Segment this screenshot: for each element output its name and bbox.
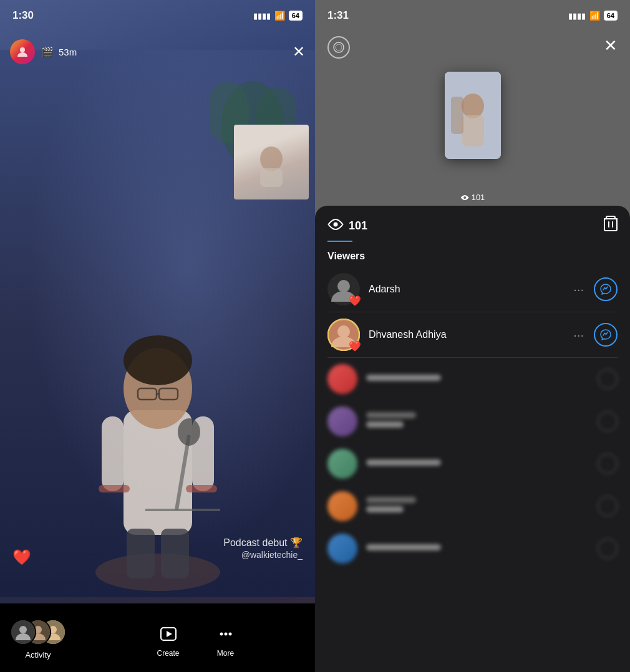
svg-point-22 <box>20 47 25 52</box>
activity-avatars <box>10 617 66 648</box>
blurred-avatar-2 <box>327 406 357 436</box>
blurred-text-3 <box>366 459 589 469</box>
blurred-text-1 <box>366 375 589 384</box>
more-label: More <box>217 649 234 658</box>
blurred-text-4 <box>366 497 589 516</box>
story-header: 🎬 53m ✕ <box>0 34 315 69</box>
caption-mention: @walkietechie_ <box>223 550 303 560</box>
activity-label: Activity <box>25 650 51 660</box>
view-count-number: 101 <box>349 219 367 233</box>
wifi-icon-right: 📶 <box>589 11 600 21</box>
corner-preview-inner <box>234 125 309 199</box>
blurred-name-1 <box>366 375 441 381</box>
messenger-button-adarsh[interactable] <box>594 277 618 301</box>
blurred-name-4 <box>366 497 416 503</box>
blurred-icon-3 <box>598 454 618 474</box>
svg-point-50 <box>337 325 350 338</box>
left-status-bar: 1:30 ▮▮▮▮ 📶 64 <box>0 0 315 31</box>
blurred-row-2 <box>327 400 618 443</box>
blurred-name-2 <box>366 412 416 418</box>
viewer-name-adarsh: Adarsh <box>369 284 573 295</box>
viewer-more-options-dhvanesh[interactable]: ··· <box>573 328 584 342</box>
blurred-text-5 <box>366 544 589 554</box>
svg-point-34 <box>334 42 344 52</box>
more-icon <box>217 625 235 646</box>
blurred-avatar-1 <box>327 364 357 394</box>
right-top-area: ✕ 101 <box>315 31 630 187</box>
viewer-more-options-adarsh[interactable]: ··· <box>573 282 584 297</box>
reel-icon: 🎬 <box>41 46 54 58</box>
left-bottom-bar: Activity Create <box>0 603 315 672</box>
svg-point-35 <box>336 44 342 50</box>
viewers-section-label: Viewers <box>315 248 630 267</box>
blurred-name-5 <box>366 544 441 550</box>
blurred-name-3 <box>366 459 441 466</box>
story-thumbnail[interactable] <box>445 72 501 159</box>
viewer-row-adarsh: ❤️ Adarsh ··· <box>315 267 630 312</box>
svg-point-40 <box>463 196 466 199</box>
status-icons-right: ▮▮▮▮ 📶 64 <box>568 11 618 21</box>
story-meta: 🎬 53m <box>41 46 77 58</box>
signal-icon-left: ▮▮▮▮ <box>253 11 271 21</box>
story-avatar[interactable] <box>10 39 35 64</box>
viewer-name-dhvanesh: Dhvanesh Adhiya <box>369 329 573 340</box>
svg-rect-38 <box>462 115 484 146</box>
svg-point-20 <box>260 146 283 171</box>
blurred-avatar-3 <box>327 449 357 479</box>
viewer-avatar-adarsh: ❤️ <box>327 273 360 305</box>
svg-point-33 <box>228 633 231 636</box>
left-panel: 1:30 ▮▮▮▮ 📶 64 🎬 53m ✕ Podcast debut 🏆 @… <box>0 0 315 672</box>
thumbnail-views: 101 <box>460 193 485 202</box>
svg-rect-14 <box>127 529 155 578</box>
adarsh-heart-icon: ❤️ <box>349 295 361 307</box>
blurred-avatar-4 <box>327 491 357 521</box>
story-close-button[interactable]: ✕ <box>293 43 305 60</box>
views-count-display: 101 <box>327 218 367 234</box>
blurred-icon-1 <box>598 369 618 389</box>
create-nav-item[interactable]: Create <box>157 625 179 658</box>
story-ring-icon <box>327 36 350 59</box>
messenger-button-dhvanesh[interactable] <box>594 323 618 347</box>
status-icons-left: ▮▮▮▮ 📶 64 <box>253 11 303 21</box>
right-status-bar: 1:31 ▮▮▮▮ 📶 64 <box>315 0 630 31</box>
battery-badge-left: 64 <box>289 11 303 21</box>
activity-section[interactable]: Activity <box>0 610 76 666</box>
more-nav-item[interactable]: More <box>217 625 235 658</box>
right-panel: 1:31 ▮▮▮▮ 📶 64 ✕ <box>315 0 630 672</box>
right-header-icons: ✕ <box>315 31 630 64</box>
svg-rect-44 <box>612 221 613 228</box>
svg-point-31 <box>220 633 223 636</box>
svg-point-11 <box>178 418 200 446</box>
time-display-right: 1:31 <box>327 9 349 22</box>
blurred-icon-2 <box>598 411 618 431</box>
blurred-row-4 <box>327 485 618 527</box>
svg-point-41 <box>334 223 338 227</box>
svg-rect-15 <box>161 529 189 578</box>
blurred-viewers-section <box>315 358 630 672</box>
caption-title: Podcast debut 🏆 <box>223 537 303 549</box>
blue-underline <box>327 241 352 242</box>
svg-point-37 <box>462 94 484 118</box>
battery-badge-right: 64 <box>604 11 618 21</box>
svg-rect-43 <box>608 221 609 228</box>
blurred-row-3 <box>327 443 618 485</box>
story-heart-reaction: ❤️ <box>12 549 31 566</box>
close-button-right[interactable]: ✕ <box>604 36 618 59</box>
bottom-nav: Create More <box>76 618 315 658</box>
viewer-avatar-dhvanesh: ❤️ <box>327 319 360 351</box>
svg-rect-39 <box>451 97 463 134</box>
delete-button[interactable] <box>604 216 618 236</box>
time-display-left: 1:30 <box>12 9 34 22</box>
blurred-row-5 <box>327 527 618 570</box>
svg-point-0 <box>95 554 220 591</box>
svg-point-32 <box>224 633 227 636</box>
svg-point-48 <box>337 280 350 292</box>
svg-rect-4 <box>102 416 124 491</box>
sheet-header: 101 <box>315 206 630 241</box>
svg-rect-42 <box>604 219 617 231</box>
blurred-icon-5 <box>598 539 618 559</box>
signal-icon-right: ▮▮▮▮ <box>568 11 586 21</box>
activity-avatar-1 <box>10 619 36 645</box>
viewer-row-dhvanesh: ❤️ Dhvanesh Adhiya ··· <box>315 312 630 357</box>
wifi-icon-left: 📶 <box>274 11 285 21</box>
